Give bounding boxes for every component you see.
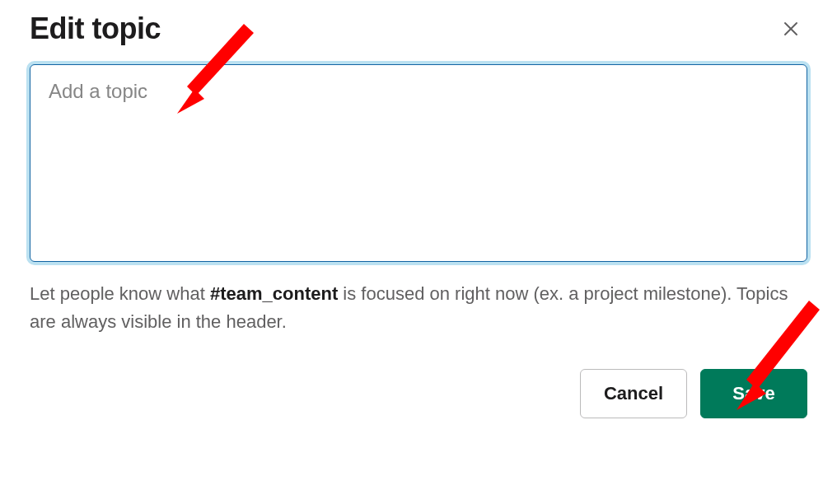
button-row: Cancel Save	[30, 369, 807, 418]
helper-prefix: Let people know what	[30, 283, 210, 304]
topic-input[interactable]	[30, 64, 807, 262]
dialog-header: Edit topic	[30, 12, 807, 46]
cancel-button[interactable]: Cancel	[580, 369, 687, 418]
save-button[interactable]: Save	[700, 369, 807, 418]
close-button[interactable]	[774, 12, 807, 45]
helper-text: Let people know what #team_content is fo…	[30, 280, 807, 336]
helper-channel: #team_content	[210, 283, 338, 304]
close-icon	[781, 19, 801, 39]
dialog-title: Edit topic	[30, 12, 161, 46]
